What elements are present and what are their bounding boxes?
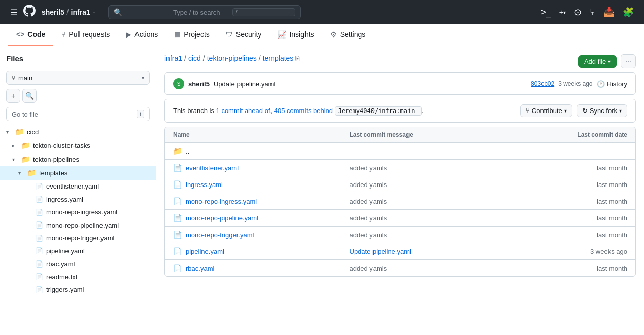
copy-path-button[interactable]: ⎘ [295,54,299,62]
tree-item-pipeline-yaml[interactable]: 📄pipeline.yaml [0,245,156,258]
tree-item-name: rbac.yaml [46,259,75,269]
add-file-caret: ▾ [608,59,611,64]
tree-item-cicd[interactable]: ▾📁cicd [0,125,156,139]
tree-item-readme-txt[interactable]: 📄readme.txt [0,271,156,284]
file-name-cell: 📄mono-repo-pipeline.yaml [173,214,350,222]
tab-code[interactable]: <> Code [8,24,53,46]
tree-item-name: pipeline.yaml [46,246,85,256]
file-icon: 📄 [36,259,43,269]
chevron-down-icon: ▾ [6,128,12,136]
file-row-icon: 📄 [173,264,182,272]
file-name-link[interactable]: rbac.yaml [186,265,214,272]
commit-hash[interactable]: 803cb02 [531,80,554,87]
file-name-link[interactable]: pipeline.yaml [186,248,224,255]
contribute-button[interactable]: ⑂ Contribute ▾ [520,104,572,117]
breadcrumb-part-1[interactable]: cicd [188,54,201,62]
table-row[interactable]: 📄mono-repo-pipeline.yamladded yamlslast … [165,210,635,227]
folder-icon: 📁 [21,140,30,151]
branch-info-bar: This branch is 1 commit ahead of, 405 co… [164,99,636,123]
tab-insights[interactable]: 📈 Insights [269,24,322,46]
repo-owner-link[interactable]: sheril5 [42,8,64,16]
table-row[interactable]: 📄mono-repo-ingress.yamladded yamlslast m… [165,193,635,210]
file-row-icon: 📄 [173,197,182,205]
commits-ahead-link[interactable]: 1 commit ahead of, [216,107,274,115]
history-button[interactable]: 🕐 History [597,80,627,88]
commits-behind-link[interactable]: 405 commits behind [274,107,335,115]
branch-icon: ⑂ [12,75,15,82]
table-row[interactable]: 📁.. [165,143,635,160]
file-name-link[interactable]: mono-repo-ingress.yaml [186,198,257,205]
file-name-link[interactable]: ingress.yaml [186,181,223,189]
breadcrumb-part-3[interactable]: templates [263,54,294,62]
file-name-cell: 📄ingress.yaml [173,180,350,189]
tree-item-tekton-pipelines[interactable]: ▾📁tekton-pipelines [0,153,156,166]
tree-item-ingress-yaml[interactable]: 📄ingress.yaml [0,193,156,206]
table-row[interactable]: 📄pipeline.yamlUpdate pipeline.yaml3 week… [165,243,635,260]
hamburger-button[interactable]: ☰ [8,6,19,19]
file-row-icon: 📄 [173,231,182,239]
contribute-caret: ▾ [564,108,567,114]
actions-icon: ▶ [126,30,131,39]
repo-name-link[interactable]: infra1 [71,8,90,16]
commit-date-cell: last month [526,181,627,189]
file-name-link[interactable]: mono-repo-trigger.yaml [186,231,254,239]
security-icon: 🛡 [226,30,233,39]
tab-actions[interactable]: ▶ Actions [118,24,166,46]
col-name: Name [173,131,350,138]
table-row[interactable]: 📄ingress.yamladded yamlslast month [165,176,635,193]
file-name-link[interactable]: eventlistener.yaml [186,164,239,172]
insights-icon: 📈 [278,30,286,39]
commit-date-cell: 3 weeks ago [526,248,627,255]
search-bar[interactable]: 🔍 Type / to search / [108,5,301,19]
more-options-button[interactable]: ··· [621,54,636,68]
breadcrumb-part-2[interactable]: tekton-pipelines [207,54,257,62]
tab-projects[interactable]: ▦ Projects [166,24,218,46]
tree-item-name: mono-repo-pipeline.yaml [46,220,119,231]
extensions-button[interactable]: 🧩 [621,5,636,20]
go-to-file-shortcut: t [137,110,144,118]
tab-security[interactable]: 🛡 Security [218,24,270,46]
tree-item-mono-repo-trigger-yaml[interactable]: 📄mono-repo-trigger.yaml [0,232,156,245]
pr-button[interactable]: ⑂ [588,5,597,20]
tree-item-eventlistener-yaml[interactable]: 📄eventlistener.yaml [0,180,156,193]
tree-item-tekton-cluster-tasks[interactable]: ▸📁tekton-cluster-tasks [0,139,156,153]
search-files-button[interactable]: 🔍 [22,89,37,103]
table-row[interactable]: 📄mono-repo-trigger.yamladded yamlslast m… [165,227,635,243]
terminal-button[interactable]: >_ [538,5,553,20]
tree-item-name: mono-repo-trigger.yaml [46,233,114,243]
tree-item-name: eventlistener.yaml [46,181,99,192]
tree-item-rbac-yaml[interactable]: 📄rbac.yaml [0,257,156,271]
sidebar-header: Files [0,50,156,67]
file-table: Name Last commit message Last commit dat… [164,127,636,277]
branch-selector[interactable]: ⑂ main ▾ [6,71,150,85]
tree-item-templates[interactable]: ▾📁templates [0,166,156,180]
commit-user: sheril5 [188,80,210,88]
table-row[interactable]: 📄eventlistener.yamladded yamlslast month [165,160,635,176]
table-row[interactable]: 📄rbac.yamladded yamlslast month [165,260,635,276]
go-to-file-bar[interactable]: Go to file t [6,107,150,121]
branch-info-text: This branch is 1 commit ahead of, 405 co… [173,107,423,115]
tree-item-mono-repo-pipeline-yaml[interactable]: 📄mono-repo-pipeline.yaml [0,219,156,232]
file-row-icon: 📄 [173,247,182,255]
tree-item-mono-repo-ingress-yaml[interactable]: 📄mono-repo-ingress.yaml [0,206,156,219]
file-name-link[interactable]: mono-repo-pipeline.yaml [186,214,258,222]
issues-button[interactable]: ⊙ [572,5,584,20]
sync-fork-button[interactable]: ↻ Sync fork ▾ [577,104,627,117]
history-icon: 🕐 [597,80,605,88]
tab-pull-requests[interactable]: ⑂ Pull requests [53,24,118,46]
tab-settings[interactable]: ⚙ Settings [322,24,374,46]
parent-dir-link[interactable]: .. [186,147,189,155]
tree-item-name: templates [39,168,67,178]
inbox-button[interactable]: 📥 [601,5,617,20]
breadcrumb-part-0[interactable]: infra1 [164,54,182,62]
search-shortcut: / [232,8,295,16]
sync-caret: ▾ [619,108,622,114]
tree-item-name: ingress.yaml [46,195,83,205]
add-file-button[interactable]: Add file ▾ [578,55,617,68]
new-button[interactable]: + ▾ [557,6,568,18]
tree-item-triggers-yaml[interactable]: 📄triggers.yaml [0,283,156,296]
add-file-sidebar-button[interactable]: + [6,89,20,103]
branch-caret-icon: ▾ [142,75,144,81]
repo-nav: <> Code ⑂ Pull requests ▶ Actions ▦ Proj… [0,24,644,46]
file-row-icon: 📄 [173,214,182,222]
